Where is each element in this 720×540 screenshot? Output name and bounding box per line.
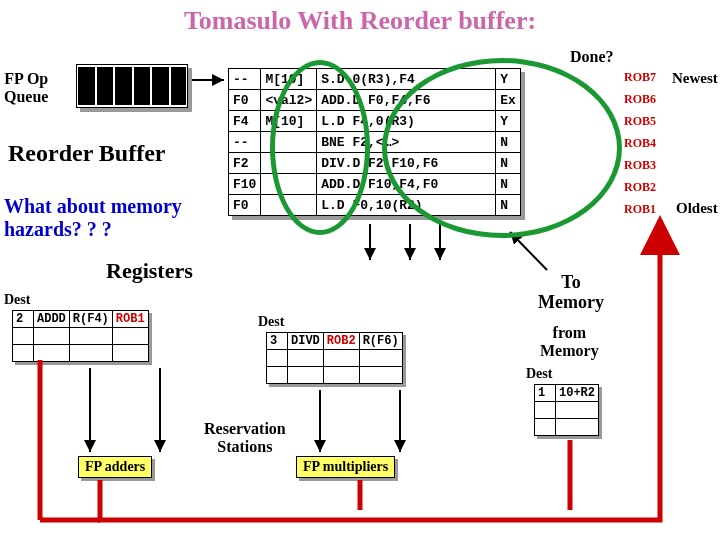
to-memory-label: ToMemory bbox=[538, 272, 604, 312]
registers-label: Registers bbox=[106, 258, 193, 284]
rob-row: --BNE F2,<…>N bbox=[229, 132, 521, 153]
rob-row: F0<val2>ADD.D F0,F4,F6Ex bbox=[229, 90, 521, 111]
rob-row: --M[10]S.D 0(R3),F4Y bbox=[229, 69, 521, 90]
rob-tag: ROB1 bbox=[624, 202, 656, 217]
from-memory-label: fromMemory bbox=[540, 324, 599, 360]
rob-row: F4M[10]L.D F4,0(R3)Y bbox=[229, 111, 521, 132]
newest-label: Newest bbox=[672, 70, 718, 87]
rob-row: F2DIV.D F2,F10,F6N bbox=[229, 153, 521, 174]
oldest-label: Oldest bbox=[676, 200, 718, 217]
fp-multipliers-unit: FP multipliers bbox=[296, 456, 395, 478]
rob-tag: ROB5 bbox=[624, 114, 656, 129]
svg-line-3 bbox=[510, 232, 547, 270]
rob-tag: ROB3 bbox=[624, 158, 656, 173]
done-label: Done? bbox=[570, 48, 614, 66]
reorder-buffer-table: --M[10]S.D 0(R3),F4Y F0<val2>ADD.D F0,F4… bbox=[228, 68, 521, 216]
rob-tag: ROB7 bbox=[624, 70, 656, 85]
dest-label: Dest bbox=[4, 292, 30, 308]
fp-op-queue bbox=[76, 64, 188, 108]
dest-label: Dest bbox=[258, 314, 284, 330]
rob-row: F0L.D F0,10(R2)N bbox=[229, 195, 521, 216]
reservation-stations-label: ReservationStations bbox=[204, 420, 286, 456]
reservation-station-mem: 110+R2 bbox=[534, 384, 599, 436]
rob-row: F10ADD.D F10,F4,F0N bbox=[229, 174, 521, 195]
rob-tag: ROB4 bbox=[624, 136, 656, 151]
reorder-buffer-label: Reorder Buffer bbox=[8, 140, 166, 167]
page-title: Tomasulo With Reorder buffer: bbox=[0, 0, 720, 36]
reservation-station-add: 2ADDDR(F4)ROB1 bbox=[12, 310, 149, 362]
memory-hazards-question: What about memoryhazards? ? ? bbox=[4, 195, 182, 241]
rob-tag: ROB2 bbox=[624, 180, 656, 195]
fp-adders-unit: FP adders bbox=[78, 456, 152, 478]
rob-tag: ROB6 bbox=[624, 92, 656, 107]
fpop-label: FP OpQueue bbox=[4, 70, 48, 106]
reservation-station-mul: 3DIVDROB2R(F6) bbox=[266, 332, 403, 384]
dest-label: Dest bbox=[526, 366, 552, 382]
